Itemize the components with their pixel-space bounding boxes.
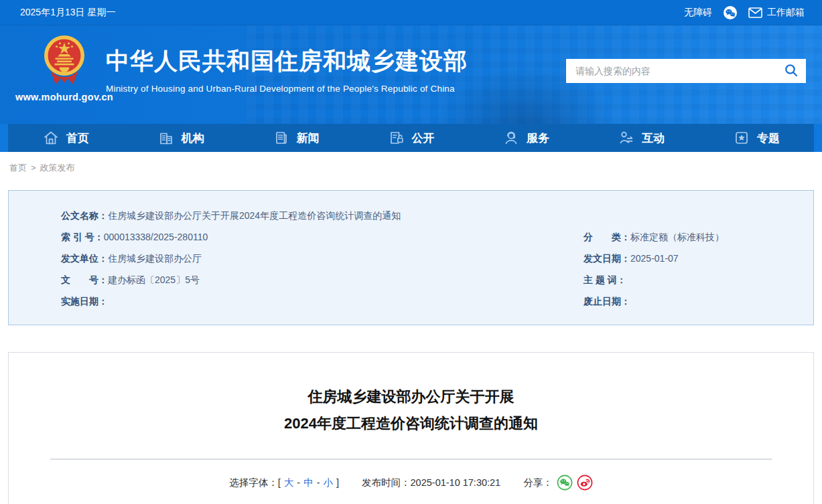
article-divider <box>50 458 772 460</box>
nav-label: 服务 <box>527 131 549 146</box>
main-nav: 首页 机构 新闻 <box>8 124 814 152</box>
publish-time-group: 发布时间： 2025-01-10 17:30:21 <box>362 477 500 489</box>
font-size-medium[interactable]: 中 <box>303 477 314 489</box>
nav-strip: 首页 机构 新闻 <box>0 124 822 152</box>
publish-time-label: 发布时间： <box>362 477 411 489</box>
site-header: www.mohurd.gov.cn 中华人民共和国住房和城乡建设部 Minist… <box>0 25 822 124</box>
article-info-bar: 选择字体： [ 大 - 中 - 小 ] 发布时间： 2025-01-10 17:… <box>9 475 813 491</box>
nav-item-services[interactable]: 服务 <box>468 124 584 152</box>
meta-column-right: 分 类： 标准定额（标准科技） 发文日期： 2025-01-07 主 题 词： … <box>584 230 800 309</box>
article-title: 住房城乡建设部办公厅关于开展 2024年度工程造价咨询统计调查的通知 <box>9 384 813 437</box>
font-size-selector: 选择字体： [ 大 - 中 - 小 ] <box>229 477 339 489</box>
meta-row-issuing-unit: 发文单位： 住房城乡建设部办公厅 <box>61 252 584 266</box>
bracket-close: ] <box>336 477 339 488</box>
weibo-share-icon[interactable] <box>577 475 593 491</box>
nav-label: 机构 <box>182 131 204 146</box>
mail-icon <box>748 7 762 18</box>
site-title-chinese: 中华人民共和国住房和城乡建设部 <box>106 46 468 77</box>
breadcrumb-separator: > <box>31 163 36 173</box>
meta-value: 标准定额（标准科技） <box>630 230 724 244</box>
search-input[interactable] <box>566 59 776 83</box>
meta-value: 住房城乡建设部办公厅关于开展2024年度工程造价咨询统计调查的通知 <box>108 209 401 223</box>
national-emblem <box>43 33 86 90</box>
interaction-icon <box>618 129 635 147</box>
search-box <box>566 59 806 83</box>
meta-value: 000013338/2025-280110 <box>104 230 208 244</box>
meta-label: 公文名称： <box>61 209 108 223</box>
font-size-label: 选择字体： <box>229 477 278 489</box>
meta-label: 实施日期： <box>61 295 108 309</box>
meta-label: 发文日期： <box>584 252 630 266</box>
work-mailbox[interactable]: 工作邮箱 <box>748 7 805 19</box>
site-logo-block[interactable]: www.mohurd.gov.cn <box>15 33 114 102</box>
bracket-open: [ <box>278 477 281 488</box>
nav-label: 专题 <box>757 131 780 146</box>
nav-label: 互动 <box>642 131 665 146</box>
building-icon <box>157 129 175 147</box>
share-icons <box>557 475 593 491</box>
meta-row-category: 分 类： 标准定额（标准科技） <box>584 230 800 244</box>
search-button[interactable] <box>776 59 806 83</box>
wechat-share-icon[interactable] <box>557 475 573 491</box>
meta-row-abolition-date: 废止日期： <box>584 295 800 309</box>
article-title-line1: 住房城乡建设部办公厅关于开展 <box>9 384 813 410</box>
meta-row-implementation-date: 实施日期： <box>61 295 584 309</box>
font-size-separator: - <box>297 477 300 488</box>
site-url: www.mohurd.gov.cn <box>15 92 113 102</box>
accessibility-link[interactable]: 无障碍 <box>684 7 712 19</box>
breadcrumb-current: 政策发布 <box>40 163 75 173</box>
nav-item-disclosure[interactable]: 公开 <box>354 124 469 152</box>
meta-grid: 索 引 号： 000013338/2025-280110 发文单位： 住房城乡建… <box>61 230 800 309</box>
home-icon <box>42 129 60 147</box>
meta-row-title: 公文名称： 住房城乡建设部办公厅关于开展2024年度工程造价咨询统计调查的通知 <box>61 209 800 223</box>
mailbox-label: 工作邮箱 <box>767 7 805 19</box>
nav-item-interaction[interactable]: 互动 <box>584 124 699 152</box>
meta-label: 废止日期： <box>584 295 630 309</box>
meta-label: 文 号： <box>61 273 108 287</box>
meta-row-issue-date: 发文日期： 2025-01-07 <box>584 252 800 266</box>
meta-value: 2025-01-07 <box>630 252 679 266</box>
meta-column-left: 索 引 号： 000013338/2025-280110 发文单位： 住房城乡建… <box>61 230 584 309</box>
topbar-links: 无障碍 工作邮箱 <box>684 5 805 20</box>
disclosure-icon <box>388 129 405 147</box>
nav-item-topics[interactable]: 专题 <box>699 124 814 152</box>
font-size-large[interactable]: 大 <box>284 477 294 489</box>
nav-item-news[interactable]: 新闻 <box>238 124 354 152</box>
top-utility-bar: 2025年1月13日 星期一 无障碍 工作邮箱 <box>0 0 822 25</box>
meta-row-index-number: 索 引 号： 000013338/2025-280110 <box>61 230 584 244</box>
nav-label: 新闻 <box>297 131 320 146</box>
font-size-small[interactable]: 小 <box>324 477 334 489</box>
breadcrumb-home[interactable]: 首页 <box>9 163 27 173</box>
meta-value: 建办标函〔2025〕5号 <box>108 273 200 287</box>
nav-label: 首页 <box>66 131 89 146</box>
nav-item-organization[interactable]: 机构 <box>123 124 238 152</box>
service-icon <box>502 129 520 147</box>
document-metadata-panel: 公文名称： 住房城乡建设部办公厅关于开展2024年度工程造价咨询统计调查的通知 … <box>8 190 814 325</box>
nav-label: 公开 <box>412 131 435 146</box>
article-title-line2: 2024年度工程造价咨询统计调查的通知 <box>9 410 813 437</box>
meta-row-document-number: 文 号： 建办标函〔2025〕5号 <box>61 273 584 287</box>
meta-label: 发文单位： <box>61 252 108 266</box>
topics-icon <box>733 129 750 147</box>
current-date: 2025年1月13日 星期一 <box>20 7 115 19</box>
site-title-block: 中华人民共和国住房和城乡建设部 Ministry of Housing and … <box>106 46 468 94</box>
nav-item-home[interactable]: 首页 <box>8 124 123 152</box>
share-group: 分享： <box>523 475 593 491</box>
meta-label: 索 引 号： <box>61 230 104 244</box>
meta-row-subject-words: 主 题 词： <box>584 273 800 287</box>
wechat-bubbles-icon[interactable] <box>723 5 738 20</box>
breadcrumb: 首页>政策发布 <box>9 162 822 174</box>
meta-value: 住房城乡建设部办公厅 <box>108 252 202 266</box>
article-panel: 住房城乡建设部办公厅关于开展 2024年度工程造价咨询统计调查的通知 选择字体：… <box>8 352 814 504</box>
meta-label: 主 题 词： <box>584 273 626 287</box>
publish-time-value: 2025-01-10 17:30:21 <box>411 477 501 488</box>
news-icon <box>273 129 290 147</box>
search-icon <box>784 63 799 80</box>
font-size-separator: - <box>317 477 320 488</box>
site-title-english: Ministry of Housing and Urban-Rural Deve… <box>106 84 468 94</box>
meta-label: 分 类： <box>584 230 630 244</box>
share-label: 分享： <box>523 477 553 489</box>
